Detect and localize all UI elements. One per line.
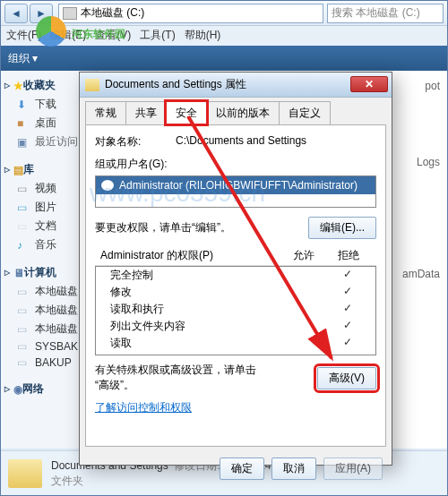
ok-button[interactable]: 确定 bbox=[220, 458, 264, 480]
advanced-hint: 有关特殊权限或高级设置，请单击“高级”。 bbox=[95, 363, 256, 393]
dialog-footer: 确定 取消 应用(A) bbox=[80, 452, 392, 485]
toolbar: 组织 ▾ bbox=[1, 46, 447, 71]
tab-strip: 常规 共享 安全 以前的版本 自定义 bbox=[80, 98, 392, 124]
tab-previous[interactable]: 以前的版本 bbox=[206, 101, 280, 124]
object-label: 对象名称: bbox=[95, 134, 176, 150]
perm-row: 读取✓ bbox=[96, 335, 375, 352]
organize-button[interactable]: 组织 ▾ bbox=[8, 51, 38, 66]
check-icon: ✓ bbox=[325, 285, 370, 300]
permissions-header: Administrator 的权限(P) 允许 拒绝 bbox=[95, 246, 376, 266]
check-icon: ✓ bbox=[325, 353, 370, 355]
check-icon: ✓ bbox=[325, 319, 370, 334]
search-placeholder: 搜索 本地磁盘 (C:) bbox=[332, 5, 420, 21]
check-icon: ✓ bbox=[325, 302, 370, 317]
perm-row: 读取和执行✓ bbox=[96, 301, 375, 318]
folder-icon bbox=[85, 79, 99, 91]
properties-dialog: Documents and Settings 属性 ✕ 常规 共享 安全 以前的… bbox=[79, 72, 392, 466]
perm-row: 写入✓ bbox=[96, 352, 375, 355]
search-input[interactable]: 搜索 本地磁盘 (C:) bbox=[327, 4, 444, 23]
permissions-list[interactable]: 完全控制✓ 修改✓ 读取和执行✓ 列出文件夹内容✓ 读取✓ 写入✓ bbox=[95, 266, 376, 355]
watermark: 河东软件园 bbox=[36, 16, 125, 47]
list-item[interactable]: Logs bbox=[417, 156, 440, 168]
object-value: C:\Documents and Settings bbox=[176, 134, 306, 147]
apply-button[interactable]: 应用(A) bbox=[323, 458, 383, 480]
perm-row: 修改✓ bbox=[96, 284, 375, 301]
group-label: 组或用户名(G): bbox=[95, 157, 376, 172]
watermark-logo-icon bbox=[36, 16, 66, 47]
edit-hint: 要更改权限，请单击“编辑”。 bbox=[95, 220, 231, 235]
menu-tools[interactable]: 工具(T) bbox=[140, 28, 175, 44]
edit-button[interactable]: 编辑(E)... bbox=[308, 217, 376, 239]
cancel-button[interactable]: 取消 bbox=[271, 458, 316, 480]
perm-row: 完全控制✓ bbox=[96, 267, 375, 284]
dialog-titlebar[interactable]: Documents and Settings 属性 ✕ bbox=[80, 73, 392, 98]
advanced-button[interactable]: 高级(V) bbox=[317, 367, 376, 389]
menu-help[interactable]: 帮助(H) bbox=[185, 28, 221, 44]
back-button[interactable]: ◄ bbox=[4, 4, 28, 23]
close-button[interactable]: ✕ bbox=[350, 76, 388, 92]
perm-allow-label: 允许 bbox=[281, 248, 326, 263]
list-item[interactable]: pot bbox=[425, 80, 440, 92]
dialog-body: 对象名称: C:\Documents and Settings 组或用户名(G)… bbox=[85, 124, 386, 447]
watermark-url: www.pc0359.cn bbox=[90, 179, 265, 208]
folder-icon bbox=[8, 459, 42, 488]
check-icon: ✓ bbox=[325, 268, 370, 283]
tab-security[interactable]: 安全 bbox=[166, 101, 207, 124]
dialog-title: Documents and Settings 属性 bbox=[105, 77, 246, 92]
tab-sharing[interactable]: 共享 bbox=[125, 101, 167, 124]
learn-link[interactable]: 了解访问控制和权限 bbox=[95, 401, 192, 414]
check-icon: ✓ bbox=[325, 336, 370, 351]
perm-row: 列出文件夹内容✓ bbox=[96, 318, 375, 335]
tab-custom[interactable]: 自定义 bbox=[279, 101, 331, 124]
list-item[interactable]: amData bbox=[402, 268, 440, 280]
perm-deny-label: 拒绝 bbox=[326, 248, 371, 263]
perm-header-label: Administrator 的权限(P) bbox=[100, 248, 281, 263]
tab-general[interactable]: 常规 bbox=[85, 101, 126, 124]
